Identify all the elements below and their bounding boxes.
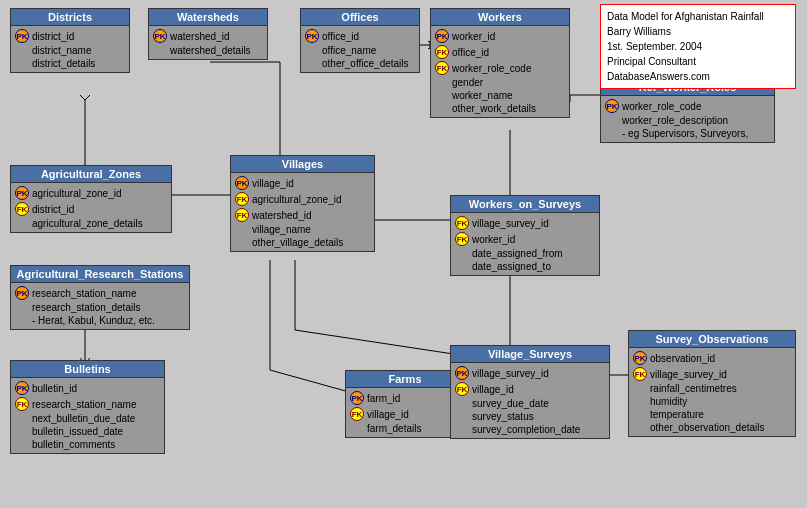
- pk-badge: PK: [605, 99, 619, 113]
- entity-villages: Villages PKvillage_id FKagricultural_zon…: [230, 155, 375, 252]
- field-worker-name: worker_name: [452, 90, 513, 101]
- pk-badge: PK: [235, 176, 249, 190]
- fk-badge: FK: [350, 407, 364, 421]
- entity-workers-on-surveys-title: Workers_on_Surveys: [451, 196, 599, 213]
- fk-badge: FK: [15, 202, 29, 216]
- entity-watersheds: Watersheds PKwatershed_id watershed_deta…: [148, 8, 268, 60]
- field-humidity: humidity: [650, 396, 687, 407]
- info-line1: Data Model for Afghanistan Rainfall: [607, 9, 789, 24]
- entity-agricultural-research-stations-title: Agricultural_Research_Stations: [11, 266, 189, 283]
- field-village-id-fk2: village_id: [472, 384, 514, 395]
- field-district-id: district_id: [32, 31, 74, 42]
- svg-line-1: [80, 95, 85, 100]
- field-gender: gender: [452, 77, 483, 88]
- entity-agricultural-zones-title: Agricultural_Zones: [11, 166, 171, 183]
- entity-villages-title: Villages: [231, 156, 374, 173]
- field-worker-role-code-fk: worker_role_code: [452, 63, 532, 74]
- field-farm-id: farm_id: [367, 393, 400, 404]
- field-rainfall-centimetres: rainfall_centimetres: [650, 383, 737, 394]
- entity-watersheds-title: Watersheds: [149, 9, 267, 26]
- pk-badge: PK: [15, 286, 29, 300]
- entity-survey-observations: Survey_Observations PKobservation_id FKv…: [628, 330, 796, 437]
- field-district-id-fk: district_id: [32, 204, 74, 215]
- entity-districts-title: Districts: [11, 9, 129, 26]
- field-watershed-id: watershed_id: [170, 31, 229, 42]
- fk-badge: FK: [633, 367, 647, 381]
- field-district-details: district_details: [32, 58, 95, 69]
- fk-badge: FK: [15, 397, 29, 411]
- entity-offices-title: Offices: [301, 9, 419, 26]
- field-farm-details: farm_details: [367, 423, 421, 434]
- field-survey-due-date: survey_due_date: [472, 398, 549, 409]
- info-box: Data Model for Afghanistan Rainfall Barr…: [600, 4, 796, 89]
- field-research-station-name-fk: research_station_name: [32, 399, 137, 410]
- field-observation-id: observation_id: [650, 353, 715, 364]
- fk-badge: FK: [435, 45, 449, 59]
- info-line2: Barry Williams: [607, 24, 789, 39]
- pk-badge: PK: [455, 366, 469, 380]
- field-district-name: district_name: [32, 45, 91, 56]
- field-office-name: office_name: [322, 45, 376, 56]
- field-village-id: village_id: [252, 178, 294, 189]
- field-date-assigned-from: date_assigned_from: [472, 248, 563, 259]
- pk-badge: PK: [435, 29, 449, 43]
- field-ag-zone-id-fk: agricultural_zone_id: [252, 194, 342, 205]
- pk-badge: PK: [153, 29, 167, 43]
- entity-workers-title: Workers: [431, 9, 569, 26]
- entity-workers: Workers PKworker_id FKoffice_id FKworker…: [430, 8, 570, 118]
- field-research-station-details: research_station_details: [32, 302, 140, 313]
- entity-village-surveys: Village_Surveys PKvillage_survey_id FKvi…: [450, 345, 610, 439]
- entity-agricultural-research-stations: Agricultural_Research_Stations PKresearc…: [10, 265, 190, 330]
- diagram-area: Districts PKdistrict_id district_name di…: [0, 0, 807, 508]
- fk-badge: FK: [435, 61, 449, 75]
- field-eg-supervisors: - eg Supervisors, Surveyors,: [622, 128, 748, 139]
- entity-farms: Farms PKfarm_id FKvillage_id farm_detail…: [345, 370, 465, 438]
- field-temperature: temperature: [650, 409, 704, 420]
- info-line5: DatabaseAnswers.com: [607, 69, 789, 84]
- field-next-bulletin-due-date: next_bulletin_due_date: [32, 413, 135, 424]
- pk-badge: PK: [15, 29, 29, 43]
- entity-bulletins: Bulletins PKbulletin_id FKresearch_stati…: [10, 360, 165, 454]
- field-other-village-details: other_village_details: [252, 237, 343, 248]
- entity-workers-on-surveys: Workers_on_Surveys FKvillage_survey_id F…: [450, 195, 600, 276]
- field-other-office-details: other_office_details: [322, 58, 409, 69]
- field-village-survey-id: village_survey_id: [472, 368, 549, 379]
- field-bulletin-id: bulletin_id: [32, 383, 77, 394]
- field-other-observation-details: other_observation_details: [650, 422, 765, 433]
- fk-badge: FK: [455, 216, 469, 230]
- field-herat-kabul: - Herat, Kabul, Kunduz, etc.: [32, 315, 155, 326]
- field-office-id: office_id: [322, 31, 359, 42]
- pk-badge: PK: [15, 186, 29, 200]
- field-office-id-fk: office_id: [452, 47, 489, 58]
- entity-bulletins-title: Bulletins: [11, 361, 164, 378]
- field-watershed-id-fk: watershed_id: [252, 210, 311, 221]
- fk-badge: FK: [235, 192, 249, 206]
- field-worker-id: worker_id: [452, 31, 495, 42]
- pk-badge: PK: [633, 351, 647, 365]
- field-village-survey-id-fk: village_survey_id: [472, 218, 549, 229]
- entity-districts: Districts PKdistrict_id district_name di…: [10, 8, 130, 73]
- pk-badge: PK: [305, 29, 319, 43]
- field-survey-status: survey_status: [472, 411, 534, 422]
- field-survey-completion-date: survey_completion_date: [472, 424, 580, 435]
- entity-village-surveys-title: Village_Surveys: [451, 346, 609, 363]
- pk-badge: PK: [350, 391, 364, 405]
- entity-agricultural-zones: Agricultural_Zones PKagricultural_zone_i…: [10, 165, 172, 233]
- field-worker-id-fk: worker_id: [472, 234, 515, 245]
- field-worker-role-desc: worker_role_description: [622, 115, 728, 126]
- field-ag-zone-id: agricultural_zone_id: [32, 188, 122, 199]
- field-bulletin-issued-date: bulletin_issued_date: [32, 426, 123, 437]
- field-village-id-fk: village_id: [367, 409, 409, 420]
- field-ag-zone-details: agricultural_zone_details: [32, 218, 143, 229]
- field-village-survey-id-fk2: village_survey_id: [650, 369, 727, 380]
- svg-line-2: [85, 95, 90, 100]
- svg-line-31: [295, 330, 460, 355]
- entity-offices: Offices PKoffice_id office_name other_of…: [300, 8, 420, 73]
- field-research-station-name: research_station_name: [32, 288, 137, 299]
- entity-farms-title: Farms: [346, 371, 464, 388]
- entity-survey-observations-title: Survey_Observations: [629, 331, 795, 348]
- field-worker-role-code: worker_role_code: [622, 101, 702, 112]
- fk-badge: FK: [235, 208, 249, 222]
- field-date-assigned-to: date_assigned_to: [472, 261, 551, 272]
- info-line4: Principal Consultant: [607, 54, 789, 69]
